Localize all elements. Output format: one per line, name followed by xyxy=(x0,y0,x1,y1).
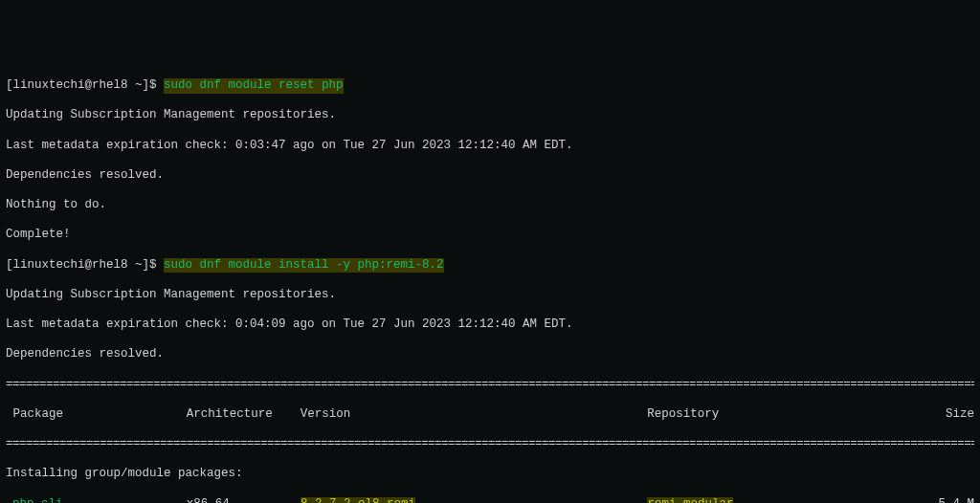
header-package: Package xyxy=(6,407,187,423)
output-line: Updating Subscription Management reposit… xyxy=(6,288,974,303)
output-line: Last metadata expiration check: 0:04:09 … xyxy=(6,317,974,333)
separator: ========================================… xyxy=(6,378,974,393)
output-line: Dependencies resolved. xyxy=(6,168,974,184)
output-line: Nothing to do. xyxy=(6,198,974,213)
command-reset: sudo dnf module reset php xyxy=(164,78,344,94)
terminal-output: [linuxtechi@rhel8 ~]$ sudo dnf module re… xyxy=(6,64,974,504)
header-version: Version xyxy=(301,407,648,423)
output-line: Dependencies resolved. xyxy=(6,347,974,362)
pkg-version: 8.2.7-2.el8.remi xyxy=(301,497,415,503)
output-line: Complete! xyxy=(6,228,974,243)
pkg-size: 5.4 M xyxy=(936,497,974,503)
header-repo: Repository xyxy=(647,407,936,423)
output-line: Updating Subscription Management reposit… xyxy=(6,108,974,123)
output-line: Last metadata expiration check: 0:03:47 … xyxy=(6,139,974,154)
table-header: PackageArchitectureVersionRepositorySize xyxy=(6,407,974,423)
pkg-row: php-clix86_648.2.7-2.el8.remiremi-modula… xyxy=(6,497,974,503)
shell-prompt: [linuxtechi@rhel8 ~]$ xyxy=(6,78,164,94)
pkg-name: php-cli xyxy=(6,497,187,503)
pkg-repo: remi-modular xyxy=(647,497,733,503)
command-install: sudo dnf module install -y php:remi-8.2 xyxy=(164,258,444,273)
shell-prompt: [linuxtechi@rhel8 ~]$ xyxy=(6,258,164,273)
pkg-arch: x86_64 xyxy=(187,497,301,503)
header-size: Size xyxy=(936,407,974,423)
separator: ========================================… xyxy=(6,437,974,452)
header-arch: Architecture xyxy=(187,407,301,423)
section-group: Installing group/module packages: xyxy=(6,467,974,482)
